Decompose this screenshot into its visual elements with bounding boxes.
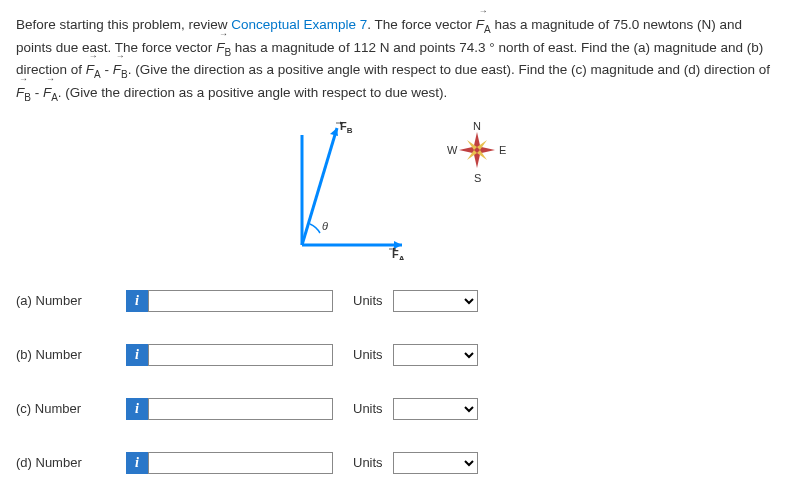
vector-fb: FB [216,37,231,60]
compass-e: E [499,144,506,156]
answer-row-d: (d) Number i Units [16,452,777,474]
svg-line-3 [302,128,337,245]
figure-area: θ FB FA N S E W [16,120,777,260]
compass-n: N [473,120,481,132]
vector-fa: FA [476,14,491,37]
units-label: Units [353,291,383,311]
vector-fb: FB [113,59,128,82]
theta-label: θ [322,220,328,232]
number-input-d[interactable] [148,452,333,474]
minus-sign: - [31,85,43,100]
part-label: (a) Number [16,291,126,311]
answer-row-a: (a) Number i Units [16,290,777,312]
number-input-a[interactable] [148,290,333,312]
info-icon[interactable]: i [126,290,148,312]
units-label: Units [353,345,383,365]
info-icon[interactable]: i [126,452,148,474]
units-label: Units [353,453,383,473]
info-icon[interactable]: i [126,398,148,420]
units-select-d[interactable] [393,452,478,474]
number-input-c[interactable] [148,398,333,420]
text-segment: . (Give the direction as a positive angl… [128,62,770,77]
answer-row-b: (b) Number i Units [16,344,777,366]
compass-s: S [474,172,481,184]
fb-arrow-label: FB [340,120,353,135]
problem-statement: Before starting this problem, review Con… [16,14,777,105]
answer-row-c: (c) Number i Units [16,398,777,420]
part-label: (d) Number [16,453,126,473]
svg-marker-4 [330,128,338,136]
svg-marker-10 [459,146,495,154]
answer-rows: (a) Number i Units (b) Number i Units (c… [16,290,777,474]
text-segment: Before starting this problem, review [16,17,231,32]
conceptual-example-link[interactable]: Conceptual Example 7 [231,17,367,32]
vector-diagram: θ FB FA [282,120,412,260]
minus-sign: - [101,62,113,77]
units-select-b[interactable] [393,344,478,366]
part-label: (b) Number [16,345,126,365]
vector-fa: FA [86,59,101,82]
units-label: Units [353,399,383,419]
number-input-b[interactable] [148,344,333,366]
vector-fa: FA [43,82,58,105]
part-label: (c) Number [16,399,126,419]
text-segment: . (Give the direction as a positive angl… [58,85,447,100]
info-icon[interactable]: i [126,344,148,366]
compass-w: W [447,144,458,156]
units-select-a[interactable] [393,290,478,312]
vector-fb: FB [16,82,31,105]
compass-rose: N S E W [442,120,512,190]
units-select-c[interactable] [393,398,478,420]
text-segment: . The force vector [367,17,476,32]
